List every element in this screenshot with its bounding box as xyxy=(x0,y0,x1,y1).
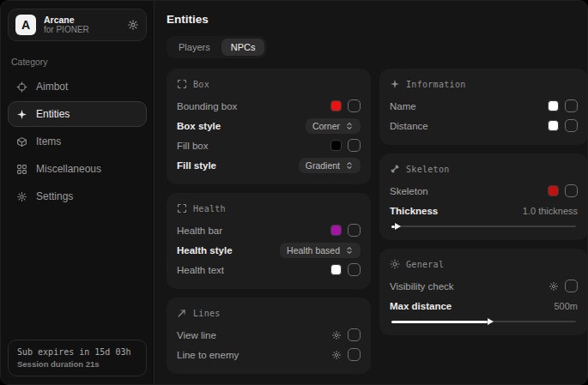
setting-label: Bounding box xyxy=(177,101,324,111)
sidebar-item-miscellaneous[interactable]: Miscellaneous xyxy=(8,156,147,182)
setting-row-name: Name xyxy=(390,96,578,116)
checkbox[interactable] xyxy=(565,184,578,197)
setting-row-max-distance: Max distance 500m xyxy=(390,296,578,316)
gear-icon[interactable] xyxy=(127,19,139,31)
subscription-info: Sub expires in 15d 03h Session duration … xyxy=(8,340,147,376)
setting-row-line-to-enemy: Line to enemy xyxy=(177,345,361,364)
sidebar-item-label: Miscellaneous xyxy=(36,163,101,175)
card-title: Box xyxy=(193,80,209,89)
sidebar-item-items[interactable]: Items xyxy=(8,129,147,154)
card-skeleton: Skeleton Skeleton Thickness 1.0 thicknes… xyxy=(379,153,587,240)
box-style-dropdown[interactable]: Corner xyxy=(306,118,361,134)
setting-label: Fill style xyxy=(177,160,293,171)
checkbox[interactable] xyxy=(348,139,361,152)
health-style-dropdown[interactable]: Health based xyxy=(280,243,361,258)
sidebar-item-label: Aimbot xyxy=(36,81,68,93)
setting-row-fill-box: Fill box xyxy=(177,135,361,155)
gear-icon xyxy=(16,191,27,202)
card-lines: Lines View line Line to enemy xyxy=(167,298,371,374)
tab-players[interactable]: Players xyxy=(169,39,220,56)
checkbox[interactable] xyxy=(348,224,361,237)
checkbox[interactable] xyxy=(565,119,578,132)
brand-header: A Arcane for PIONER xyxy=(8,9,147,41)
sidebar-item-aimbot[interactable]: Aimbot xyxy=(8,74,147,99)
cube-icon xyxy=(16,136,27,147)
setting-label: Max distance xyxy=(390,301,548,311)
checkbox[interactable] xyxy=(565,280,578,292)
setting-row-view-line: View line xyxy=(177,325,361,345)
gear-icon[interactable] xyxy=(331,330,342,340)
color-swatch[interactable] xyxy=(330,225,342,236)
gear-icon[interactable] xyxy=(549,281,559,292)
setting-label: Line to enemy xyxy=(177,350,325,360)
setting-label: Fill box xyxy=(177,141,324,151)
sidebar-nav: Aimbot Entities Items Miscellaneous xyxy=(8,74,147,209)
card-box: Box Bounding box Box style Corner xyxy=(167,69,371,184)
setting-row-bounding-box: Bounding box xyxy=(177,96,361,116)
app-window: A Arcane for PIONER Category Aimbot xyxy=(0,0,588,385)
color-swatch[interactable] xyxy=(548,120,559,131)
setting-label: Health bar xyxy=(177,226,324,236)
sidebar-item-label: Settings xyxy=(36,190,73,202)
setting-label: Thickness xyxy=(390,206,517,216)
category-label: Category xyxy=(11,57,143,67)
card-title: Health xyxy=(193,204,226,214)
color-swatch[interactable] xyxy=(330,264,342,275)
dropdown-value: Health based xyxy=(287,245,340,256)
setting-row-box-style: Box style Corner xyxy=(177,116,361,135)
crosshair-icon xyxy=(16,81,27,93)
setting-row-fill-style: Fill style Gradient xyxy=(177,155,361,175)
setting-row-thickness: Thickness 1.0 thickness xyxy=(390,201,578,220)
sparkle-icon xyxy=(390,79,400,89)
card-title: Information xyxy=(406,80,466,89)
setting-label: Name xyxy=(390,101,542,111)
corner-brackets-icon xyxy=(177,203,187,214)
card-information: Information Name Distance xyxy=(379,69,587,145)
setting-row-skeleton: Skeleton xyxy=(390,181,578,201)
sidebar-item-settings[interactable]: Settings xyxy=(8,183,147,209)
card-health: Health Health bar Health style Health ba… xyxy=(167,193,371,289)
dropdown-value: Gradient xyxy=(306,160,340,171)
checkbox[interactable] xyxy=(348,263,361,276)
card-title: Lines xyxy=(193,309,221,318)
card-title: Skeleton xyxy=(406,165,450,174)
sparkle-icon xyxy=(16,109,27,120)
card-general: General Visibility check Max distance 50… xyxy=(379,249,587,335)
main-panel: Entities Players NPCs Box Bounding box xyxy=(155,1,587,384)
card-title: General xyxy=(406,260,444,269)
gear-icon[interactable] xyxy=(331,350,342,360)
max-distance-slider[interactable] xyxy=(391,318,576,325)
checkbox[interactable] xyxy=(348,348,361,361)
color-swatch[interactable] xyxy=(330,140,342,151)
setting-row-health-style: Health style Health based xyxy=(177,240,361,260)
bone-icon xyxy=(390,164,400,174)
sun-icon xyxy=(390,259,400,269)
fill-style-dropdown[interactable]: Gradient xyxy=(299,158,361,173)
sidebar-item-entities[interactable]: Entities xyxy=(8,101,147,127)
corner-brackets-icon xyxy=(177,79,187,89)
setting-row-distance: Distance xyxy=(390,116,578,135)
chevrons-up-down-icon xyxy=(345,161,354,170)
tab-bar: Players NPCs xyxy=(167,36,267,58)
checkbox[interactable] xyxy=(348,99,361,112)
setting-label: View line xyxy=(177,330,325,340)
slider-value: 500m xyxy=(554,301,578,311)
setting-label: Skeleton xyxy=(390,186,542,196)
sub-expires-text: Sub expires in 15d 03h xyxy=(17,347,137,357)
sidebar-item-label: Items xyxy=(36,135,61,147)
setting-row-visibility-check: Visibility check xyxy=(390,276,578,296)
color-swatch[interactable] xyxy=(330,100,342,111)
app-logo: A xyxy=(15,15,36,35)
color-swatch[interactable] xyxy=(548,185,559,196)
checkbox[interactable] xyxy=(348,328,361,341)
thickness-slider[interactable] xyxy=(391,223,576,230)
checkbox[interactable] xyxy=(565,99,578,112)
slider-thumb[interactable] xyxy=(395,223,401,230)
color-swatch[interactable] xyxy=(548,100,559,111)
slider-value: 1.0 thickness xyxy=(523,206,578,216)
setting-label: Health style xyxy=(177,245,274,256)
tab-npcs[interactable]: NPCs xyxy=(221,39,265,56)
slider-thumb[interactable] xyxy=(488,318,494,325)
setting-row-health-text: Health text xyxy=(177,260,361,280)
setting-label: Visibility check xyxy=(390,281,543,292)
